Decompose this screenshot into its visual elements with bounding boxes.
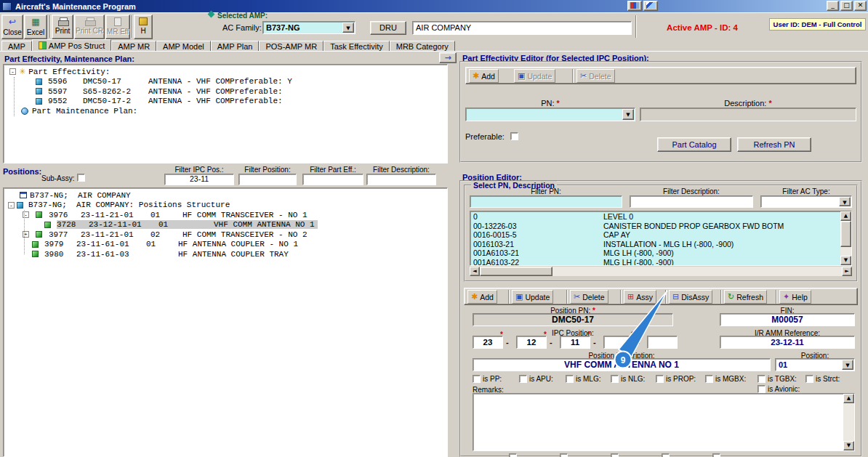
ipc-segment-2[interactable]: 12: [516, 336, 547, 349]
filter-position-input[interactable]: [238, 174, 297, 185]
tab-amp-mr[interactable]: AMP MR: [111, 41, 156, 51]
maximize-button[interactable]: □: [840, 1, 853, 11]
flag-is-mlg[interactable]: is MLG:: [566, 375, 600, 383]
amm-reference-field[interactable]: 23-12-11: [720, 336, 855, 349]
list-item[interactable]: 0016-0015-5CAP AY: [471, 230, 840, 240]
list-item[interactable]: 001A6103-21MLG LH (-800, -900): [471, 248, 840, 258]
tab-amp[interactable]: AMP: [1, 41, 32, 51]
flag-is-tgbx[interactable]: is TGBX:: [758, 375, 797, 383]
pe-delete-button[interactable]: ✂ Delete: [576, 69, 615, 83]
fin-field[interactable]: M00057: [720, 313, 855, 326]
assy-button[interactable]: ⊞ Assy: [624, 290, 656, 304]
clipped-checkbox[interactable]: [509, 453, 517, 457]
scroll-right-icon[interactable]: ►: [842, 267, 852, 276]
pos-update-button[interactable]: ▣ Update: [512, 290, 553, 304]
list-item[interactable]: 001A6103-22MLG LH (-800, -900): [471, 258, 840, 266]
tab-amp-model[interactable]: AMP Model: [156, 41, 211, 51]
pe-update-button[interactable]: ▣ Update: [514, 69, 555, 83]
part-effectivity-row[interactable]: 5596DMC50-17ANTENNA - VHF COMPreferable:…: [4, 77, 447, 87]
filter-part-eff-input[interactable]: [302, 174, 363, 185]
tab-amp-pos-struct[interactable]: AMP Pos Struct: [32, 39, 111, 51]
scroll-up-icon[interactable]: ▲: [843, 394, 854, 403]
checkbox[interactable]: [758, 375, 765, 383]
tab-amp-plan[interactable]: AMP Plan: [211, 41, 260, 51]
print-cr-button[interactable]: Print CR: [74, 15, 105, 39]
part-effectivity-row[interactable]: 9552DMC50-17-2ANTENNA - VHF COMPreferabl…: [4, 97, 447, 107]
collapse-toggle-icon[interactable]: -: [9, 68, 16, 75]
filter-description-input[interactable]: [366, 174, 436, 185]
mr-eff-button[interactable]: MR Eff: [105, 15, 130, 39]
filter-description2-input[interactable]: [630, 195, 753, 208]
pn-listbox[interactable]: 0LEVEL 0 00-13226-03CANISTER BONDED PROP…: [470, 211, 852, 266]
company-field[interactable]: AIR COMPANY: [412, 21, 632, 35]
checkbox[interactable]: [473, 375, 481, 383]
preferable-checkbox[interactable]: [510, 132, 518, 140]
ipc-segment-3[interactable]: 11: [560, 336, 590, 349]
flag-is-apu[interactable]: is APU:: [519, 375, 553, 383]
checkbox[interactable]: [805, 375, 813, 383]
title-tool-icon-2[interactable]: [643, 1, 658, 11]
help-button[interactable]: ✦ Help: [779, 290, 811, 304]
collapse-toggle-icon[interactable]: -: [8, 202, 15, 209]
print-button[interactable]: Print: [52, 15, 73, 39]
part-catalog-button[interactable]: Part Catalog: [657, 137, 731, 152]
checkbox[interactable]: [656, 375, 664, 383]
description-field[interactable]: [640, 108, 856, 121]
tree-node-3977[interactable]: + 397723-11-21-0102HF COMM TRANSCEIVER -…: [4, 230, 447, 240]
tree-node-3728-selected[interactable]: 372823-12-11-0101VHF COMM ANTENNA NO 1: [4, 220, 447, 230]
pos-delete-button[interactable]: ✂ Delete: [570, 290, 608, 304]
scroll-down-icon[interactable]: ▼: [840, 256, 851, 265]
checkbox[interactable]: [758, 385, 765, 393]
filter-pn-input[interactable]: [470, 195, 622, 208]
chevron-down-icon[interactable]: ▼: [342, 23, 354, 33]
pe-add-button[interactable]: ✱ Add: [469, 69, 499, 83]
filter-ipc-input[interactable]: 23-11: [164, 174, 234, 185]
pn-combo[interactable]: ▼: [465, 108, 635, 121]
ac-family-combo[interactable]: B737-NG ▼: [262, 21, 355, 34]
remarks-textarea[interactable]: ▲ ▼: [473, 393, 855, 451]
clipped-checkbox[interactable]: [611, 453, 619, 457]
flag-is-nlg[interactable]: is NLG:: [611, 375, 645, 383]
chevron-down-icon[interactable]: ▼: [839, 197, 851, 206]
list-item[interactable]: 0016103-21INSTALLATION - MLG LH (-800, -…: [471, 240, 840, 249]
horizontal-scrollbar[interactable]: ◄ ►: [470, 267, 852, 276]
excel-button[interactable]: ▦ Excel: [24, 15, 47, 39]
ipc-segment-1[interactable]: 23: [473, 336, 503, 349]
flag-is-strct[interactable]: is Strct:: [805, 375, 840, 383]
checkbox[interactable]: [611, 375, 619, 383]
tree-root-positions-structure[interactable]: - B737-NG; AIR COMPANY: Positions Struct…: [4, 201, 447, 211]
tree-root-part-maintenance-plan[interactable]: Part Maintenance Plan:: [4, 106, 447, 116]
ipc-segment-4[interactable]: [603, 336, 634, 349]
vertical-scrollbar[interactable]: ▲ ▼: [843, 394, 854, 450]
part-effectivity-row[interactable]: 5597S65-8262-2ANTENNA - VHF COMPreferabl…: [4, 86, 447, 97]
scrollbar-thumb[interactable]: [840, 221, 851, 247]
title-tool-icon-1[interactable]: [627, 1, 642, 11]
flag-is-pp[interactable]: is PP:: [473, 375, 502, 383]
scroll-down-icon[interactable]: ▼: [843, 441, 854, 450]
position-pn-field[interactable]: DMC50-17: [473, 313, 673, 326]
vertical-scrollbar[interactable]: ▲ ▼: [840, 211, 851, 265]
pos-add-button[interactable]: ✱ Add: [467, 290, 497, 304]
close-window-button[interactable]: ✕: [854, 1, 867, 11]
scrollbar-thumb[interactable]: [480, 267, 552, 276]
list-item[interactable]: 00-13226-03CANISTER BONDED PROP GEARBOX …: [471, 222, 840, 231]
scroll-up-icon[interactable]: ▲: [840, 211, 851, 221]
flag-is-mgbx[interactable]: is MGBX:: [705, 375, 746, 383]
scroll-left-icon[interactable]: ◄: [470, 267, 480, 276]
tree-node-3976[interactable]: - 397623-11-21-0101HF COMM TRANSCEIVER -…: [4, 210, 447, 220]
filter-ac-type-combo[interactable]: ▼: [760, 195, 852, 208]
flag-is-prop[interactable]: is PROP:: [656, 375, 696, 383]
tab-task-effectivity[interactable]: Task Effectivity: [324, 41, 390, 51]
clipped-checkbox[interactable]: [712, 453, 720, 457]
clipped-checkbox[interactable]: [560, 453, 568, 457]
list-item[interactable]: 0LEVEL 0: [471, 212, 840, 222]
disassy-button[interactable]: ⊟ DisAssy: [669, 290, 712, 304]
close-button[interactable]: ↩ Close: [1, 15, 23, 39]
minimize-button[interactable]: _: [827, 1, 839, 11]
refresh-pn-button[interactable]: Refresh PN: [737, 137, 811, 152]
partial-toolbar-button[interactable]: H: [134, 15, 153, 39]
checkbox[interactable]: [705, 375, 713, 383]
sub-assy-checkbox[interactable]: [77, 174, 85, 182]
checkbox[interactable]: [566, 375, 574, 383]
chevron-down-icon[interactable]: ▼: [842, 360, 853, 370]
